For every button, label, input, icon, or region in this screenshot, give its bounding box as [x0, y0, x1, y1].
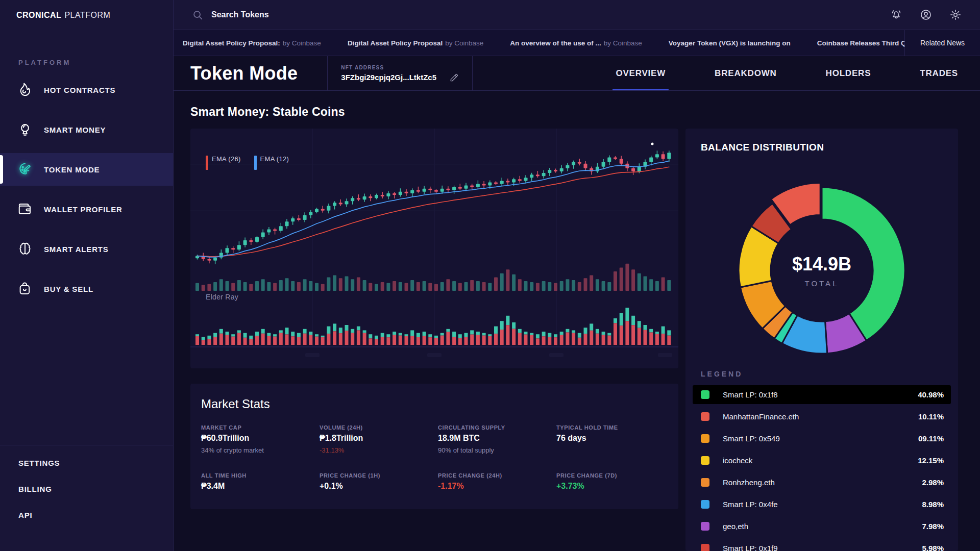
- sidebar-item-label: HOT CONTRACTS: [44, 86, 115, 94]
- wallet-icon: [17, 202, 33, 217]
- brand-light: PLATFORM: [64, 11, 110, 20]
- search-bar: [192, 9, 890, 20]
- legend-name: Smart LP: 0x1f8: [723, 390, 778, 399]
- legend-row[interactable]: Ronhzheng.eth2.98%: [693, 473, 951, 492]
- news-ticker-item[interactable]: Digital Asset Policy Proposalby Coinbase: [348, 39, 483, 47]
- app-logo: CRONICAL PLATFORM: [0, 0, 173, 30]
- sidebar-item-buy-sell[interactable]: BUY & SELL: [0, 272, 173, 305]
- stat-label: PRICE CHANGE (1H): [320, 472, 438, 479]
- sidebar-footer-item-api[interactable]: API: [18, 511, 173, 519]
- stat-value: +3.73%: [556, 482, 675, 491]
- page-title: Token Mode: [190, 63, 298, 84]
- sidebar-item-token-mode[interactable]: TOKEN MODE: [0, 153, 173, 186]
- stat-market-cap: MARKET CAP₱60.9Trillion34% of crypto mar…: [201, 424, 320, 454]
- news-ticker-bar: Digital Asset Policy Proposal:by Coinbas…: [174, 30, 980, 56]
- donut-chart: [735, 184, 909, 357]
- legend-percent: 09.11%: [918, 434, 944, 443]
- user-icon[interactable]: [920, 9, 932, 21]
- legend-row[interactable]: Smart LP: 0x4fe8.98%: [693, 495, 951, 514]
- legend-row[interactable]: geo,eth7.98%: [693, 517, 951, 536]
- legend-name: icocheck: [723, 456, 752, 465]
- news-ticker-item[interactable]: Voyager Token (VGX) is launching on: [669, 39, 791, 47]
- legend-percent: 7.98%: [922, 522, 944, 531]
- search-input[interactable]: [211, 10, 426, 19]
- legend-swatch: [701, 456, 709, 465]
- ema26-legend-item: EMA (26): [206, 155, 241, 170]
- stat-value: ₱60.9Trillion: [201, 434, 320, 443]
- legend-percent: 12.15%: [918, 456, 944, 465]
- topbar: [174, 0, 980, 30]
- sidebar-footer-item-billing[interactable]: BILLING: [18, 485, 173, 493]
- market-stats-title: Market Stats: [201, 397, 678, 411]
- tab-holders[interactable]: HOLDERS: [826, 56, 871, 90]
- bag-icon: [17, 281, 33, 296]
- palette-icon: [17, 162, 33, 177]
- legend-row[interactable]: Smart LP: 0x54909.11%: [693, 429, 951, 448]
- legend-swatch: [701, 544, 709, 551]
- news-ticker-item[interactable]: Digital Asset Policy Proposal:by Coinbas…: [183, 39, 321, 47]
- legend-swatch: [701, 522, 709, 531]
- ema12-legend-item: EMA (12): [254, 155, 289, 170]
- nft-address-label: NFT ADDRESS: [341, 65, 459, 70]
- legend-name: geo,eth: [723, 522, 748, 531]
- legend-name: ManhattanFinance.eth: [723, 412, 799, 421]
- brand-bold: CRONICAL: [16, 11, 61, 20]
- ema12-label: EMA (12): [260, 155, 289, 163]
- sidebar-footer: SETTINGSBILLINGAPI: [0, 445, 173, 537]
- stat-all-time-high: ALL TIME HIGH₱3.4M: [201, 472, 320, 491]
- news-ticker-item[interactable]: Coinbase Releases Third Quarter 202: [817, 39, 904, 47]
- sidebar-section-label: PLATFORM: [18, 59, 173, 66]
- news-title: Voyager Token (VGX) is launching on: [669, 39, 791, 47]
- stat-price-change-24h-: PRICE CHANGE (24H)-1.17%: [438, 472, 556, 491]
- ema-legend: EMA (26) EMA (12): [206, 155, 289, 170]
- stat-value: 18.9M BTC: [438, 434, 556, 443]
- tab-overview[interactable]: OVERVIEW: [616, 56, 666, 90]
- news-title: Coinbase Releases Third Quarter 202: [817, 39, 904, 47]
- sidebar-item-hot-contracts[interactable]: HOT CONTRACTS: [0, 73, 173, 106]
- legend-label: LEGEND: [701, 370, 743, 378]
- brain-icon: [17, 241, 33, 257]
- sidebar-item-label: SMART ALERTS: [44, 245, 109, 254]
- tab-breakdown[interactable]: BREAKDOWN: [715, 56, 776, 90]
- sidebar-nav: HOT CONTRACTSSMART MONEYTOKEN MODEWALLET…: [0, 73, 173, 305]
- legend-name: Smart LP: 0x1f9: [723, 544, 778, 551]
- legend-name: Smart LP: 0x4fe: [723, 500, 778, 509]
- legend-row[interactable]: ManhattanFinance.eth10.11%: [693, 407, 951, 426]
- legend-row[interactable]: Smart LP: 0x1f840.98%: [693, 385, 951, 404]
- legend-row[interactable]: icocheck12.15%: [693, 451, 951, 470]
- stat-circulating-supply: CIRCULATING SUPPLY18.9M BTC90% of total …: [438, 424, 556, 454]
- stat-label: TYPICAL HOLD TIME: [556, 424, 675, 431]
- gear-icon[interactable]: [949, 9, 962, 21]
- legend-percent: 10.11%: [918, 412, 944, 421]
- related-news-button[interactable]: Related News: [904, 30, 980, 56]
- stat-label: MARKET CAP: [201, 424, 320, 431]
- bell-icon[interactable]: [890, 9, 902, 21]
- market-stats-panel: Market Stats MARKET CAP₱60.9Trillion34% …: [190, 384, 678, 509]
- stat-label: CIRCULATING SUPPLY: [438, 424, 556, 431]
- flame-icon: [17, 82, 33, 97]
- sidebar-item-label: SMART MONEY: [44, 126, 106, 134]
- sidebar-item-smart-money[interactable]: SMART MONEY: [0, 113, 173, 146]
- bulb-icon: [17, 122, 33, 137]
- news-byline: by Coinbase: [604, 39, 642, 47]
- sidebar-footer-item-settings[interactable]: SETTINGS: [18, 459, 173, 467]
- ema26-label: EMA (26): [212, 155, 241, 163]
- sidebar-item-label: WALLET PROFILER: [44, 205, 122, 214]
- sidebar-item-smart-alerts[interactable]: SMART ALERTS: [0, 233, 173, 265]
- section-title: Smart Money: Stable Coins: [190, 105, 345, 119]
- donut-slice: [822, 187, 905, 341]
- news-title: Digital Asset Policy Proposal:: [183, 39, 280, 47]
- sidebar-item-wallet-profiler[interactable]: WALLET PROFILER: [0, 193, 173, 226]
- legend-name: Smart LP: 0x549: [723, 434, 780, 443]
- edit-pencil-icon[interactable]: [450, 73, 459, 82]
- legend-row[interactable]: Smart LP: 0x1f95.98%: [693, 539, 951, 551]
- news-ticker-item[interactable]: An overview of the use of ...by Coinbase: [510, 39, 642, 47]
- stat-volume-24h-: VOLUME (24H)₱1.8Trillion-31.13%: [320, 424, 438, 454]
- stat-subvalue: 90% of total supply: [438, 446, 556, 454]
- sidebar-item-label: TOKEN MODE: [44, 165, 100, 174]
- news-title: An overview of the use of ...: [510, 39, 601, 47]
- stat-subvalue: 34% of crypto market: [201, 446, 320, 454]
- legend-swatch: [701, 390, 709, 399]
- tab-trades[interactable]: TRADES: [920, 56, 958, 90]
- legend-swatch: [701, 500, 709, 509]
